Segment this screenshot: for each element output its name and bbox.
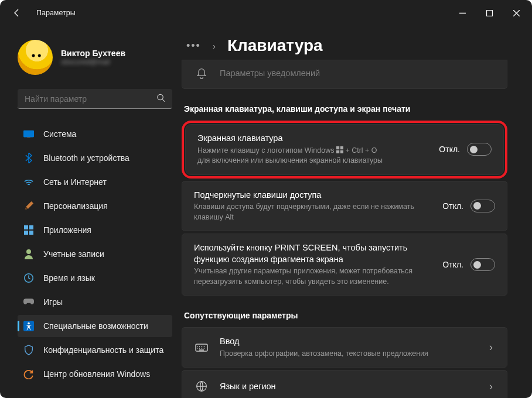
accounts-icon [23,249,34,259]
card-desc: Проверка орфографии, автозамена, текстов… [220,349,476,359]
card-title: Используйте кнопку PRINT SCREEN, чтобы з… [194,242,432,265]
windows-logo-icon [336,146,343,153]
card-desc: Учитывая другие параметры приложения, мо… [194,266,432,287]
back-button[interactable] [8,4,26,22]
nav-list: СистемаBluetooth и устройстваСеть и Инте… [18,123,172,385]
card-desc: Нажмите клавишу с логотипом Windows + Ct… [197,146,428,166]
svg-point-11 [28,322,30,325]
printscreen-snip-card[interactable]: Используйте кнопку PRINT SCREEN, чтобы з… [182,234,507,296]
sidebar-item-label: Приложения [43,225,91,235]
svg-rect-7 [29,231,33,235]
card-title: Подчеркнутые клавиши доступа [194,190,432,201]
search-box[interactable] [18,89,172,109]
bell-icon [194,66,209,81]
card-title: Параметры уведомлений [220,68,495,80]
profile-block[interactable]: Виктор Бухтеев obscured@mail [18,40,172,75]
svg-rect-12 [336,146,339,149]
titlebar: Параметры [0,0,532,26]
toggle-state-label: Откл. [439,145,460,154]
sidebar-item-label: Персонализация [43,201,108,211]
sidebar-item-label: Bluetooth и устройства [43,153,129,163]
network-icon [23,177,34,187]
card-title: Язык и регион [220,381,476,393]
toggle-state-label: Откл. [442,201,463,211]
sidebar-item-accounts[interactable]: Учетные записи [18,243,172,265]
toggle-switch[interactable] [470,200,495,212]
section-heading: Сопутствующие параметры [184,311,507,320]
sidebar-item-gaming[interactable]: Игры [18,291,172,313]
time-icon [23,273,34,283]
search-icon [156,94,165,105]
personalization-icon [23,201,34,211]
svg-point-1 [158,94,163,100]
sidebar-item-label: Время и язык [43,273,95,283]
sidebar-item-time[interactable]: Время и язык [18,267,172,289]
gaming-icon [23,297,34,307]
system-icon [23,129,34,139]
sidebar-item-personalization[interactable]: Персонализация [18,195,172,217]
svg-rect-3 [27,137,30,138]
underlined-access-keys-card[interactable]: Подчеркнутые клавиши доступа Клавиши дос… [182,181,507,232]
sidebar-item-update[interactable]: Центр обновления Windows [18,363,172,385]
svg-point-8 [26,249,31,254]
card-title: Экранная клавиатура [197,133,428,145]
sidebar-item-label: Центр обновления Windows [43,369,150,379]
svg-rect-4 [24,225,28,229]
section-heading: Экранная клавиатура, клавиши доступа и э… [184,104,507,114]
window-title: Параметры [36,9,76,17]
svg-rect-5 [29,225,33,229]
accessibility-icon [23,321,34,331]
toggle-state-label: Откл. [442,260,463,269]
svg-rect-6 [24,231,28,235]
chevron-right-icon: › [487,380,495,393]
sidebar-item-label: Конфиденциальность и защита [43,345,163,355]
minimize-button[interactable] [449,4,476,22]
page-title: Клавиатура [227,36,323,55]
breadcrumb-ellipsis[interactable]: ••• [186,40,201,52]
notification-params-card[interactable]: Параметры уведомлений [182,60,507,89]
svg-rect-2 [23,131,34,138]
chevron-right-icon: › [487,341,495,354]
svg-rect-14 [336,150,339,153]
sidebar-item-label: Специальные возможности [43,321,148,331]
sidebar-item-privacy[interactable]: Конфиденциальность и защита [18,339,172,361]
sidebar-item-bluetooth[interactable]: Bluetooth и устройства [18,147,172,169]
toggle-switch[interactable] [467,143,492,156]
keyboard-icon [194,340,209,355]
highlighted-card-frame: Экранная клавиатура Нажмите клавишу с ло… [182,121,507,179]
avatar [18,40,53,75]
sidebar-item-label: Система [43,129,76,139]
card-desc: Клавиши доступа будут подчеркнутыми, даж… [194,202,432,222]
apps-icon [23,225,34,235]
typing-link-card[interactable]: Ввод Проверка орфографии, автозамена, те… [182,327,507,368]
svg-rect-0 [486,10,492,16]
globe-icon [194,379,209,394]
card-title: Ввод [220,336,476,348]
osk-toggle-card[interactable]: Экранная клавиатура Нажмите клавишу с ло… [185,124,504,175]
profile-email: obscured@mail [61,58,125,66]
toggle-switch[interactable] [470,258,495,271]
language-region-link-card[interactable]: Язык и регион › [182,370,507,398]
close-button[interactable] [503,4,530,22]
chevron-right-icon: › [213,41,216,51]
sidebar-item-label: Учетные записи [43,249,104,259]
sidebar-item-label: Игры [43,297,63,307]
sidebar-item-network[interactable]: Сеть и Интернет [18,171,172,193]
update-icon [23,369,34,379]
sidebar-item-apps[interactable]: Приложения [18,219,172,241]
sidebar-item-system[interactable]: Система [18,123,172,145]
search-input[interactable] [18,89,172,109]
sidebar-item-accessibility[interactable]: Специальные возможности [18,315,172,337]
privacy-icon [23,345,34,355]
maximize-button[interactable] [476,4,503,22]
profile-name: Виктор Бухтеев [61,49,125,58]
sidebar: Виктор Бухтеев obscured@mail СистемаBlue… [0,26,182,398]
bluetooth-icon [23,153,34,163]
main-content: ••• › Клавиатура Параметры уведомлений Э… [182,26,532,398]
sidebar-item-label: Сеть и Интернет [43,177,107,187]
